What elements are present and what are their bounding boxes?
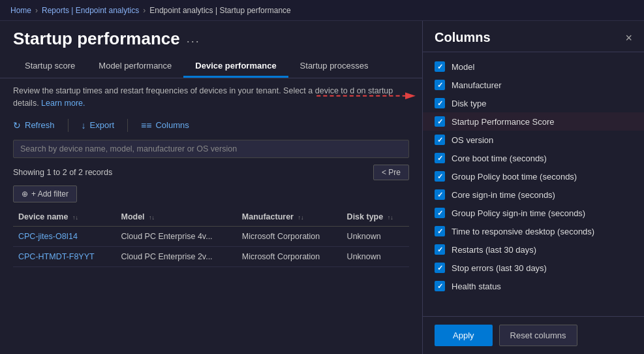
column-label-stop-errors: Stop errors (last 30 days) [452,263,547,273]
columns-button[interactable]: ≡≡ Columns [141,120,189,131]
checkbox-restarts[interactable] [435,244,445,255]
checkbox-time-to-responsive[interactable] [435,226,445,236]
sort-icon-model[interactable]: ↑↓ [149,214,155,221]
column-label-disk-type: Disk type [452,99,486,108]
column-label-os-version: OS version [452,135,493,145]
column-item-model[interactable]: Model [423,57,644,76]
close-panel-button[interactable]: × [625,32,632,44]
page-menu-dots[interactable]: ... [187,32,200,46]
column-item-group-policy-sign-in-time[interactable]: Group Policy sign-in time (seconds) [423,204,644,222]
add-filter-label: + Add filter [31,189,69,199]
table-header: Device name ↑↓ Model ↑↓ Manufacturer ↑↓ [13,208,409,227]
col-header-manufacturer: Manufacturer ↑↓ [237,208,342,227]
data-table: Device name ↑↓ Model ↑↓ Manufacturer ↑↓ [13,208,409,267]
left-panel: Startup performance ... Startup score Mo… [0,21,422,354]
export-label: Export [90,120,115,130]
main-wrapper: Startup performance ... Startup score Mo… [0,21,644,354]
records-row: Showing 1 to 2 of 2 records < Pre [0,162,422,183]
panel-header: Columns × [423,21,644,52]
refresh-button[interactable]: ↻ Refresh [13,120,55,131]
learn-more-link[interactable]: Learn more. [41,99,85,108]
column-label-manufacturer: Manufacturer [452,80,502,90]
table-row: CPC-jites-O8I14 Cloud PC Enterprise 4v..… [13,226,409,246]
column-item-core-sign-in-time[interactable]: Core sign-in time (seconds) [423,185,644,204]
cell-manufacturer-1: Microsoft Corporation [237,246,342,266]
sort-icon-manufacturer[interactable]: ↑↓ [298,214,303,221]
checkbox-startup-performance-score[interactable] [435,116,445,127]
cell-disk-type-1: Unknown [342,246,409,266]
description-text: Review the startup times and restart fre… [0,78,422,114]
checkbox-stop-errors[interactable] [435,263,445,273]
breadcrumb-home[interactable]: Home [10,6,31,15]
checkbox-health-status[interactable] [435,281,445,291]
column-item-health-status[interactable]: Health status [423,277,644,295]
pre-button[interactable]: < Pre [373,165,409,180]
columns-icon: ≡≡ [141,120,151,131]
export-icon: ↓ [82,120,86,131]
reset-columns-button[interactable]: Reset columns [499,325,577,346]
toolbar-divider-1 [68,119,69,132]
tabs-container: Startup score Model performance Device p… [0,56,422,78]
breadcrumb-reports[interactable]: Reports | Endpoint analytics [42,6,139,15]
table-body: CPC-jites-O8I14 Cloud PC Enterprise 4v..… [13,226,409,266]
search-input[interactable] [13,140,409,158]
toolbar-divider-2 [127,119,128,132]
col-header-device-name: Device name ↑↓ [13,208,115,227]
page-header: Startup performance ... [0,21,422,53]
sort-icon-device-name[interactable]: ↑↓ [72,214,78,221]
breadcrumb-sep-2: › [143,6,146,15]
panel-title: Columns [435,30,491,45]
columns-list: Model Manufacturer Disk type Startup Per… [423,52,644,316]
cell-device-name-0: CPC-jites-O8I14 [13,226,115,246]
column-item-restarts[interactable]: Restarts (last 30 days) [423,240,644,259]
columns-panel: Columns × Model Manufacturer Disk type S… [422,21,644,354]
col-header-disk-type: Disk type ↑↓ [342,208,409,227]
device-link-1[interactable]: CPC-HTMDT-F8YYT [18,252,95,261]
column-item-group-policy-boot-time[interactable]: Group Policy boot time (seconds) [423,167,644,185]
breadcrumb-current: Endpoint analytics | Startup performance [149,6,291,15]
column-item-time-to-responsive[interactable]: Time to responsive desktop (seconds) [423,222,644,240]
export-button[interactable]: ↓ Export [82,120,115,131]
columns-label: Columns [155,120,189,130]
toolbar: ↻ Refresh ↓ Export ≡≡ Columns [0,114,422,137]
records-info: Showing 1 to 2 of 2 records [13,168,112,177]
checkbox-os-version[interactable] [435,135,445,145]
sort-icon-disk-type[interactable]: ↑↓ [388,214,393,221]
panel-footer: Apply Reset columns [423,316,644,354]
checkbox-core-sign-in-time[interactable] [435,189,445,200]
column-label-model: Model [452,62,474,72]
description-wrapper: Review the startup times and restart fre… [0,78,422,114]
add-filter-button[interactable]: ⊕ + Add filter [13,185,77,202]
checkbox-manufacturer[interactable] [435,80,445,90]
apply-button[interactable]: Apply [435,325,493,346]
tab-model-performance[interactable]: Model performance [87,56,183,78]
column-label-group-policy-boot-time: Group Policy boot time (seconds) [452,172,577,182]
filter-row: ⊕ + Add filter [0,183,422,208]
tab-startup-processes[interactable]: Startup processes [288,56,380,78]
search-row [0,137,422,162]
breadcrumb-sep-1: › [35,6,38,15]
tab-device-performance[interactable]: Device performance [183,56,288,78]
column-item-startup-performance-score[interactable]: Startup Performance Score [423,112,644,131]
column-label-health-status: Health status [452,282,501,291]
column-item-core-boot-time[interactable]: Core boot time (seconds) [423,149,644,167]
cell-model-0: Cloud PC Enterprise 4v... [115,226,236,246]
checkbox-core-boot-time[interactable] [435,153,445,163]
column-label-group-policy-sign-in-time: Group Policy sign-in time (seconds) [452,208,585,218]
device-link-0[interactable]: CPC-jites-O8I14 [18,232,78,241]
table-container: Device name ↑↓ Model ↑↓ Manufacturer ↑↓ [0,208,422,355]
refresh-label: Refresh [25,120,55,130]
checkbox-model[interactable] [435,61,445,72]
checkbox-disk-type[interactable] [435,98,445,108]
checkbox-group-policy-sign-in-time[interactable] [435,208,445,218]
checkbox-group-policy-boot-time[interactable] [435,171,445,182]
breadcrumb-bar: Home › Reports | Endpoint analytics › En… [0,0,644,21]
page-title: Startup performance [13,29,180,49]
column-item-os-version[interactable]: OS version [423,131,644,149]
column-item-disk-type[interactable]: Disk type [423,94,644,112]
add-filter-icon: ⊕ [22,189,28,199]
tab-startup-score[interactable]: Startup score [13,56,87,78]
table-row: CPC-HTMDT-F8YYT Cloud PC Enterprise 2v..… [13,246,409,266]
column-item-manufacturer[interactable]: Manufacturer [423,76,644,94]
column-item-stop-errors[interactable]: Stop errors (last 30 days) [423,259,644,277]
